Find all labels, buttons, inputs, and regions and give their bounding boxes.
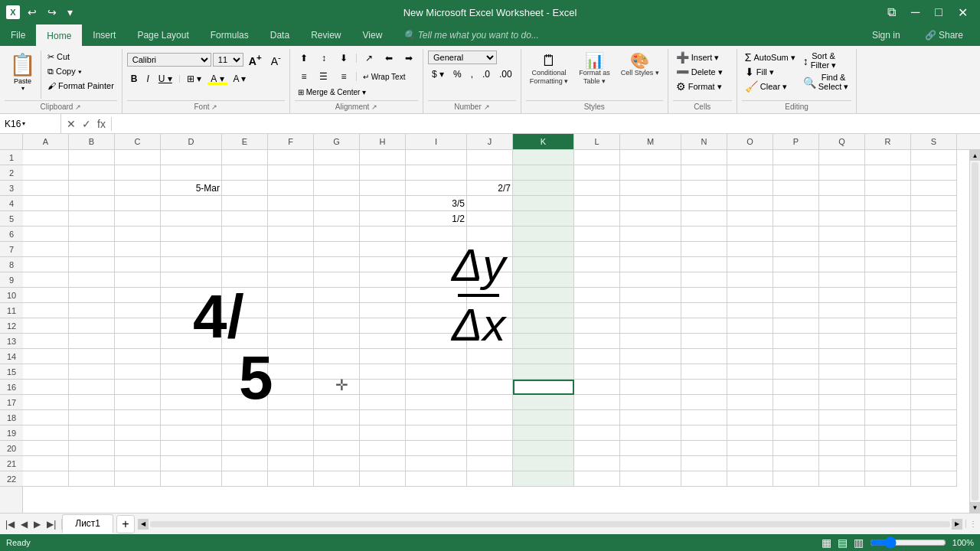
col-header-A[interactable]: A [23, 134, 69, 149]
col-header-R[interactable]: R [865, 134, 911, 149]
cell-A19[interactable] [23, 425, 69, 441]
cell-I22[interactable] [406, 471, 467, 487]
cell-R15[interactable] [865, 364, 911, 380]
cell-Q19[interactable] [819, 425, 865, 441]
cell-D9[interactable] [161, 272, 222, 288]
cell-B10[interactable] [69, 288, 115, 303]
cell-D22[interactable] [161, 471, 222, 487]
cell-H14[interactable] [360, 349, 406, 364]
cell-Q11[interactable] [819, 303, 865, 318]
cell-N10[interactable] [681, 288, 727, 303]
cell-L22[interactable] [574, 471, 620, 487]
cell-G19[interactable] [314, 425, 360, 441]
cell-D15[interactable] [161, 364, 222, 380]
cell-R20[interactable] [865, 441, 911, 456]
cell-C17[interactable] [115, 395, 161, 410]
cell-G4[interactable] [314, 196, 360, 211]
cell-E6[interactable] [222, 227, 268, 242]
copy-button[interactable]: ⧉ Copy ▾ [44, 65, 117, 78]
cell-N12[interactable] [681, 318, 727, 334]
cell-B5[interactable] [69, 211, 115, 227]
cell-G6[interactable] [314, 227, 360, 242]
formula-confirm-button[interactable]: ✓ [80, 117, 93, 131]
cell-H15[interactable] [360, 364, 406, 380]
cell-H19[interactable] [360, 425, 406, 441]
tab-file[interactable]: File [0, 24, 36, 46]
cell-C20[interactable] [115, 441, 161, 456]
cell-K20[interactable] [513, 441, 574, 456]
cell-I16[interactable] [406, 380, 467, 395]
cell-C16[interactable] [115, 380, 161, 395]
font-size-selector[interactable]: 11 [213, 53, 243, 67]
cell-H21[interactable] [360, 456, 406, 471]
cell-E8[interactable] [222, 257, 268, 272]
tab-view[interactable]: View [352, 24, 394, 46]
cell-S2[interactable] [911, 165, 957, 181]
cell-J12[interactable] [467, 318, 513, 334]
cell-E14[interactable] [222, 349, 268, 364]
accounting-format-button[interactable]: $ ▾ [428, 67, 448, 81]
cell-S13[interactable] [911, 334, 957, 349]
cell-N13[interactable] [681, 334, 727, 349]
cell-R18[interactable] [865, 410, 911, 425]
cell-R7[interactable] [865, 242, 911, 257]
cell-L18[interactable] [574, 410, 620, 425]
cell-M10[interactable] [620, 288, 681, 303]
cell-F10[interactable] [268, 288, 314, 303]
row-header-4[interactable]: 4 [0, 196, 23, 211]
cell-H6[interactable] [360, 227, 406, 242]
cell-G10[interactable] [314, 288, 360, 303]
cell-J7[interactable] [467, 242, 513, 257]
delete-cells-button[interactable]: ➖ Delete ▾ [673, 65, 726, 79]
decrease-decimal-button[interactable]: .0 [479, 67, 494, 81]
cell-H5[interactable] [360, 211, 406, 227]
cell-B1[interactable] [69, 150, 115, 165]
cell-L20[interactable] [574, 441, 620, 456]
scroll-up-button[interactable]: ▲ [970, 150, 980, 161]
cell-K7[interactable] [513, 242, 574, 257]
cell-P9[interactable] [773, 272, 819, 288]
row-header-5[interactable]: 5 [0, 211, 23, 227]
cell-O4[interactable] [727, 196, 773, 211]
cell-A15[interactable] [23, 364, 69, 380]
cell-I20[interactable] [406, 441, 467, 456]
cell-F11[interactable] [268, 303, 314, 318]
formula-cancel-button[interactable]: ✕ [64, 117, 78, 131]
cell-Q14[interactable] [819, 349, 865, 364]
cell-C7[interactable] [115, 242, 161, 257]
cell-B22[interactable] [69, 471, 115, 487]
cell-K11[interactable] [513, 303, 574, 318]
cell-G17[interactable] [314, 395, 360, 410]
cell-N22[interactable] [681, 471, 727, 487]
cell-B2[interactable] [69, 165, 115, 181]
cell-B8[interactable] [69, 257, 115, 272]
cell-I1[interactable] [406, 150, 467, 165]
cell-H12[interactable] [360, 318, 406, 334]
cell-A8[interactable] [23, 257, 69, 272]
cell-J4[interactable] [467, 196, 513, 211]
cell-C10[interactable] [115, 288, 161, 303]
col-header-O[interactable]: O [727, 134, 773, 149]
cell-G8[interactable] [314, 257, 360, 272]
cell-R6[interactable] [865, 227, 911, 242]
cell-G16[interactable] [314, 380, 360, 395]
cell-B18[interactable] [69, 410, 115, 425]
col-header-B[interactable]: B [69, 134, 115, 149]
cell-R8[interactable] [865, 257, 911, 272]
cell-D6[interactable] [161, 227, 222, 242]
cell-L11[interactable] [574, 303, 620, 318]
row-header-15[interactable]: 15 [0, 364, 23, 380]
cell-N21[interactable] [681, 456, 727, 471]
cell-G2[interactable] [314, 165, 360, 181]
cell-D21[interactable] [161, 456, 222, 471]
cell-E19[interactable] [222, 425, 268, 441]
cell-M18[interactable] [620, 410, 681, 425]
cell-N3[interactable] [681, 181, 727, 196]
font-name-selector[interactable]: Calibri [127, 53, 211, 67]
undo-button[interactable]: ↩ [24, 5, 40, 20]
cell-M7[interactable] [620, 242, 681, 257]
cell-J18[interactable] [467, 410, 513, 425]
row-header-10[interactable]: 10 [0, 288, 23, 303]
cell-C18[interactable] [115, 410, 161, 425]
cell-I6[interactable] [406, 227, 467, 242]
